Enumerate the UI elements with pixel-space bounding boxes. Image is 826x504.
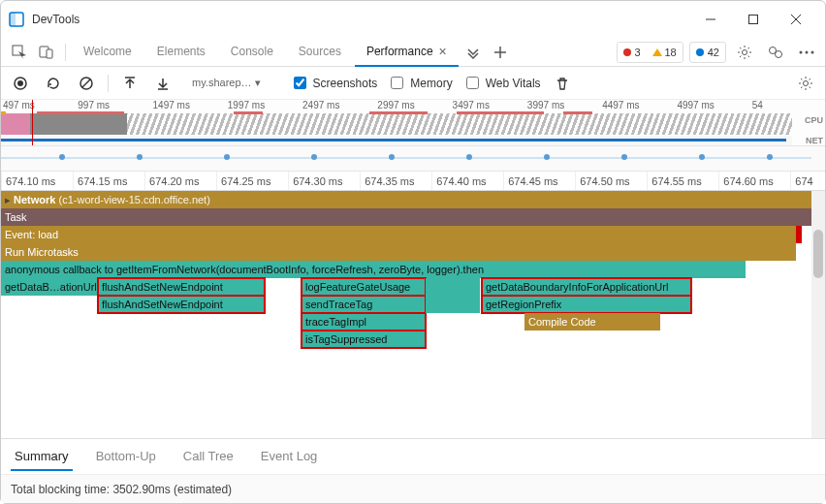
network-strip[interactable] — [1, 146, 825, 172]
flame-scrollbar[interactable] — [811, 191, 825, 438]
status-bar: Total blocking time: 3502.90ms (estimate… — [1, 474, 825, 503]
download-profile-button[interactable] — [151, 72, 175, 95]
long-task-marker — [796, 226, 802, 243]
more-menu-icon[interactable] — [794, 40, 819, 65]
profile-url-hint[interactable]: my.sharep… ▾ — [192, 77, 261, 89]
bottom-tab-eventlog[interactable]: Event Log — [257, 443, 322, 471]
screenshots-checkbox[interactable]: Screenshots — [290, 74, 378, 92]
svg-point-18 — [17, 80, 23, 86]
bottom-panel: Summary Bottom-Up Call Tree Event Log To… — [1, 438, 825, 503]
bottom-tabs: Summary Bottom-Up Call Tree Event Log — [1, 439, 825, 474]
bottom-tab-summary[interactable]: Summary — [11, 443, 73, 471]
flame-row-getdatab[interactable]: getDataB…ationUrl — [1, 278, 98, 296]
flame-row-getregionprefix[interactable]: getRegionPrefix — [482, 296, 691, 313]
clear-button[interactable] — [75, 72, 98, 95]
overview-net-track — [1, 136, 792, 145]
flame-row-tracetagimpl[interactable]: traceTagImpl — [302, 313, 426, 331]
tab-console[interactable]: Console — [219, 38, 285, 67]
svg-point-16 — [811, 50, 814, 53]
upload-profile-button[interactable] — [118, 72, 142, 95]
svg-rect-8 — [47, 49, 52, 58]
cpu-track-label: CPU — [805, 115, 823, 125]
flame-row-istagsuppressed[interactable]: isTagSuppressed — [302, 331, 426, 348]
net-track-label: NET — [806, 136, 823, 145]
memory-checkbox[interactable]: Memory — [387, 74, 452, 92]
svg-rect-1 — [10, 13, 16, 26]
flame-row-event-load[interactable]: Event: load — [1, 226, 796, 243]
svg-point-13 — [776, 50, 782, 57]
inspect-element-icon[interactable] — [7, 40, 32, 65]
tab-performance[interactable]: Performance× — [355, 38, 459, 67]
svg-point-15 — [806, 50, 809, 53]
settings-icon[interactable] — [732, 40, 757, 65]
device-toolbar-icon[interactable] — [34, 40, 59, 65]
maximize-button[interactable] — [732, 5, 775, 34]
info-badge[interactable]: 42 — [689, 42, 726, 63]
flame-row-flush1[interactable]: flushAndSetNewEndpoint — [98, 278, 265, 296]
close-button[interactable] — [775, 5, 817, 34]
flame-row-task[interactable]: Task — [1, 208, 811, 226]
flame-row-getdataboundary[interactable]: getDataBoundaryInfoForApplicationUrl — [482, 278, 691, 296]
flame-row-microtasks[interactable]: Run Microtasks — [1, 243, 796, 261]
flame-chart[interactable]: Network (c1-word-view-15.cdn.office.net)… — [1, 191, 825, 438]
capture-settings-icon[interactable] — [794, 72, 817, 95]
svg-line-20 — [82, 79, 90, 87]
add-tab-icon[interactable] — [488, 40, 513, 65]
garbage-collect-button[interactable] — [551, 72, 574, 95]
reload-record-button[interactable] — [42, 72, 65, 95]
flame-row-sendtrace[interactable]: sendTraceTag — [302, 296, 426, 313]
bottom-tab-calltree[interactable]: Call Tree — [179, 443, 238, 471]
flame-row-compile[interactable]: Compile Code — [524, 313, 660, 331]
overview-cursor[interactable] — [32, 100, 33, 145]
flame-row-misc[interactable] — [426, 296, 480, 313]
timeline-overview[interactable]: 497 ms997 ms1497 ms1997 ms2497 ms2997 ms… — [1, 100, 825, 146]
svg-rect-3 — [749, 16, 758, 24]
tab-welcome[interactable]: Welcome — [72, 38, 143, 67]
feedback-icon[interactable] — [763, 40, 788, 65]
scrollbar-thumb[interactable] — [813, 230, 823, 278]
devtools-icon — [9, 12, 24, 27]
svg-point-11 — [743, 49, 747, 54]
overview-cpu-track — [1, 113, 792, 135]
flame-row-misc[interactable] — [426, 278, 480, 296]
main-tab-bar: Welcome Elements Console Sources Perform… — [1, 38, 825, 67]
more-tabs-icon[interactable] — [461, 40, 486, 65]
svg-point-14 — [800, 50, 803, 53]
flame-row-logfeaturegate[interactable]: logFeatureGateUsage — [302, 278, 426, 296]
issues-badge[interactable]: 3 18 — [617, 42, 683, 63]
network-group-row[interactable]: Network (c1-word-view-15.cdn.office.net) — [1, 191, 811, 208]
window-title: DevTools — [32, 13, 79, 26]
record-button[interactable] — [9, 72, 32, 95]
bottom-tab-bottomup[interactable]: Bottom-Up — [92, 443, 160, 471]
tab-elements[interactable]: Elements — [145, 38, 217, 67]
minimize-button[interactable] — [689, 5, 732, 34]
flame-row-flush2[interactable]: flushAndSetNewEndpoint — [98, 296, 265, 313]
titlebar: DevTools — [1, 1, 825, 38]
performance-toolbar: my.sharep… ▾ Screenshots Memory Web Vita… — [1, 67, 825, 100]
webvitals-checkbox[interactable]: Web Vitals — [462, 74, 541, 92]
close-tab-icon[interactable]: × — [439, 45, 447, 58]
svg-point-23 — [804, 80, 809, 85]
flame-row-anon-callback[interactable]: anonymous callback to getItemFromNetwork… — [1, 261, 746, 278]
flame-ruler[interactable]: 674.10 ms674.15 ms674.20 ms674.25 ms674.… — [1, 172, 825, 191]
tab-sources[interactable]: Sources — [287, 38, 353, 67]
